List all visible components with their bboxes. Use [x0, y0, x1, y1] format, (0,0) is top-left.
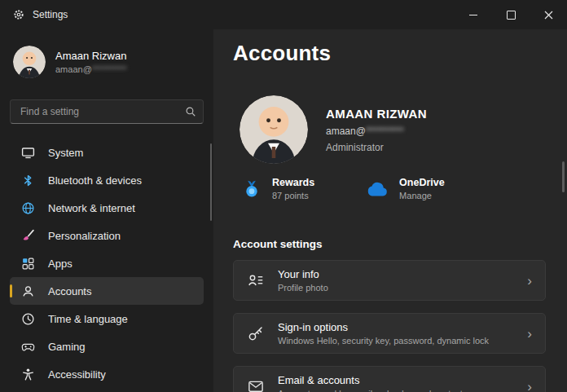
rewards-link[interactable]: Rewards 87 points — [241, 177, 314, 200]
minimize-button[interactable] — [455, 0, 492, 29]
card-subtitle: Accounts used by email, calendar, and co… — [278, 389, 467, 392]
clock-icon — [21, 312, 35, 326]
gear-icon — [13, 9, 24, 20]
sidebar: Amaan Rizwan amaan@********** System Blu… — [0, 29, 213, 392]
search-icon — [185, 106, 196, 117]
chevron-right-icon: › — [527, 327, 532, 341]
account-role: Administrator — [326, 142, 427, 153]
main-content: Accounts AMAAN RIZWAN amaan@********** A… — [213, 29, 567, 392]
rewards-title: Rewards — [272, 177, 314, 188]
maximize-icon — [507, 11, 516, 20]
maximize-button[interactable] — [492, 0, 530, 29]
sidebar-item-label: Accessibility — [48, 368, 106, 381]
main-scrollbar[interactable] — [562, 161, 565, 192]
your-info-card[interactable]: Your info Profile photo › — [233, 260, 546, 301]
sidebar-nav: System Bluetooth & devices Network & int… — [10, 139, 204, 388]
key-icon — [247, 325, 265, 341]
sidebar-item-label: Time & language — [48, 313, 128, 325]
sidebar-item-accessibility[interactable]: Accessibility — [10, 360, 204, 388]
user-avatar — [13, 46, 46, 78]
onedrive-subtitle: Manage — [399, 191, 445, 200]
card-title: Sign-in options — [278, 321, 489, 333]
sidebar-profile[interactable]: Amaan Rizwan amaan@********** — [10, 46, 204, 78]
rewards-icon — [241, 178, 262, 200]
titlebar: Settings — [0, 0, 567, 29]
search-box — [10, 99, 204, 124]
gamepad-icon — [21, 340, 35, 354]
account-avatar — [240, 95, 308, 164]
bluetooth-icon — [21, 174, 35, 187]
account-email: amaan@********** — [326, 126, 427, 137]
section-title-account-settings: Account settings — [233, 238, 546, 250]
envelope-icon — [247, 378, 265, 392]
chevron-right-icon: › — [527, 380, 532, 392]
email-accounts-card[interactable]: Email & accounts Accounts used by email,… — [233, 366, 546, 392]
onedrive-title: OneDrive — [399, 177, 445, 188]
sidebar-item-label: Personalization — [48, 230, 121, 242]
person-icon — [21, 284, 35, 298]
minimize-icon — [469, 15, 477, 15]
sidebar-item-apps[interactable]: Apps — [10, 249, 204, 277]
sidebar-item-time-language[interactable]: Time & language — [10, 305, 204, 333]
sidebar-scrollbar[interactable] — [210, 143, 212, 221]
window-title: Settings — [33, 9, 68, 20]
sidebar-item-bluetooth-devices[interactable]: Bluetooth & devices — [10, 166, 204, 194]
sidebar-item-system[interactable]: System — [10, 139, 204, 166]
sidebar-item-label: System — [48, 147, 83, 159]
system-icon — [21, 146, 35, 160]
settings-window: Settings Amaan Rizwan amaan@********** — [0, 0, 567, 392]
accessibility-icon — [21, 368, 35, 381]
person-list-icon — [247, 272, 265, 288]
sidebar-item-label: Gaming — [48, 341, 86, 353]
rewards-subtitle: 87 points — [272, 191, 314, 200]
chevron-right-icon: › — [527, 274, 532, 288]
search-input[interactable] — [19, 105, 185, 118]
paintbrush-icon — [21, 229, 35, 243]
email-redacted: ********** — [366, 126, 404, 137]
card-title: Your info — [278, 268, 328, 280]
card-subtitle: Windows Hello, security key, password, d… — [278, 336, 489, 346]
email-redacted: ********** — [92, 64, 127, 74]
quick-links: Rewards 87 points OneDrive Manage — [233, 177, 546, 200]
sidebar-item-gaming[interactable]: Gaming — [10, 333, 204, 360]
sidebar-item-label: Accounts — [48, 285, 91, 297]
account-hero: AMAAN RIZWAN amaan@********** Administra… — [233, 95, 546, 164]
sidebar-item-network-internet[interactable]: Network & internet — [10, 194, 204, 222]
globe-icon — [21, 201, 35, 215]
account-name: AMAAN RIZWAN — [326, 107, 427, 121]
sidebar-item-label: Network & internet — [48, 202, 135, 214]
user-name: Amaan Rizwan — [55, 50, 127, 62]
sidebar-item-accounts[interactable]: Accounts — [10, 277, 204, 305]
card-subtitle: Profile photo — [278, 283, 328, 293]
close-button[interactable] — [530, 0, 567, 29]
page-title: Accounts — [233, 41, 546, 66]
settings-cards: Your info Profile photo › Sign-in option… — [233, 260, 546, 392]
sign-in-options-card[interactable]: Sign-in options Windows Hello, security … — [233, 313, 546, 354]
onedrive-cloud-icon — [365, 181, 389, 197]
user-email: amaan@********** — [55, 64, 127, 74]
apps-grid-icon — [21, 257, 35, 271]
sidebar-item-label: Apps — [48, 258, 73, 270]
sidebar-item-personalization[interactable]: Personalization — [10, 222, 204, 249]
onedrive-link[interactable]: OneDrive Manage — [365, 177, 445, 200]
card-title: Email & accounts — [278, 374, 467, 386]
sidebar-item-label: Bluetooth & devices — [48, 174, 142, 187]
close-icon — [544, 11, 553, 20]
